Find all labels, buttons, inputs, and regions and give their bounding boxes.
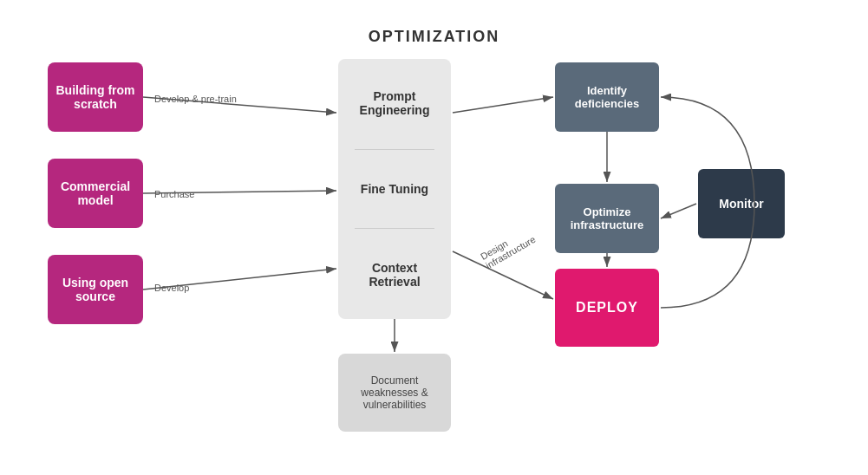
box-optimize-infrastructure: Optimize infrastructure bbox=[555, 184, 659, 253]
page-title: OPTIMIZATION bbox=[369, 28, 500, 46]
label-develop: Develop bbox=[154, 283, 189, 293]
label-design-infrastructure: Designinfrastructure bbox=[479, 225, 538, 271]
box-deploy: DEPLOY bbox=[555, 269, 659, 347]
box-using-open-source: Using open source bbox=[48, 255, 143, 324]
label-purchase: Purchase bbox=[154, 189, 194, 199]
box-monitor: Monitor bbox=[698, 169, 785, 238]
opt-context-retrieval: Context Retrieval bbox=[345, 261, 444, 289]
opt-divider-1 bbox=[355, 149, 434, 150]
box-building-from-scratch: Building from scratch bbox=[48, 62, 143, 132]
box-document-weaknesses: Document weaknesses & vulnerabilities bbox=[338, 354, 451, 432]
svg-line-6 bbox=[453, 97, 553, 113]
box-commercial-model: Commercial model bbox=[48, 159, 143, 228]
svg-line-10 bbox=[661, 204, 696, 218]
opt-fine-tuning: Fine Tuning bbox=[361, 182, 428, 196]
opt-prompt-engineering: Prompt Engineering bbox=[345, 89, 444, 117]
optimization-column: Prompt Engineering Fine Tuning Context R… bbox=[338, 59, 451, 319]
label-develop-pretrain: Develop & pre-train bbox=[154, 94, 237, 104]
box-identify-deficiencies: Identify deficiencies bbox=[555, 62, 659, 132]
diagram: OPTIMIZATION Building from scratch Comme… bbox=[0, 0, 868, 475]
opt-divider-2 bbox=[355, 228, 434, 229]
